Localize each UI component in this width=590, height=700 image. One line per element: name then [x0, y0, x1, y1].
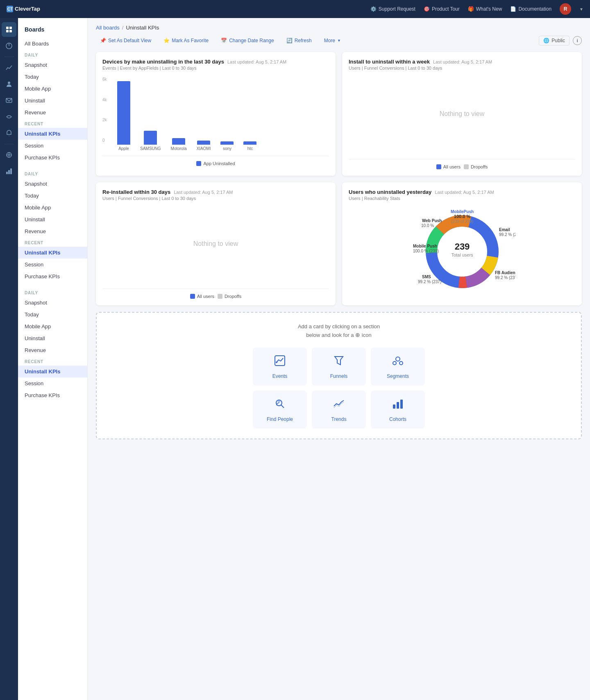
svg-text:100.0 %: 100.0 %	[454, 214, 470, 219]
add-card-find-people[interactable]: Find People	[253, 391, 307, 429]
sidebar-item-session-3[interactable]: Session	[18, 377, 87, 389]
add-card-trends[interactable]: Trends	[312, 391, 366, 429]
sidebar-item-revenue-2[interactable]: Revenue	[18, 225, 87, 237]
sidebar-item-uninstallkpis-2[interactable]: Uninstall KPIs	[18, 247, 87, 259]
logo-svg: CT CleverTap	[7, 5, 48, 13]
icon-bar-events[interactable]	[2, 60, 16, 75]
sidebar-item-snapshot-2[interactable]: Snapshot	[18, 178, 87, 190]
refresh-button[interactable]: 🔄 Refresh	[282, 36, 316, 45]
user-avatar[interactable]: R	[560, 3, 571, 15]
legend-label-dropoffs-3: Dropoffs	[225, 294, 241, 299]
whats-new-link[interactable]: 🎁 What's New	[468, 6, 502, 12]
add-card-grid: Events Funnels Segments	[253, 348, 425, 429]
legend-dot-blue	[196, 161, 201, 166]
sidebar-item-uninstall-1[interactable]: Uninstall	[18, 95, 87, 107]
icon-bar-messages[interactable]	[2, 93, 16, 108]
sidebar-item-session-1[interactable]: Session	[18, 140, 87, 152]
svg-rect-5	[6, 30, 9, 32]
sidebar-item-purchasekpis-1[interactable]: Purchase KPIs	[18, 152, 87, 164]
icon-bar-notifications[interactable]	[2, 126, 16, 141]
bar-htc-label: htc	[247, 146, 253, 151]
svg-text:100.0 % (239): 100.0 % (239)	[413, 249, 439, 253]
bar-chart-yaxis: 6k 4k 2k 0	[102, 77, 115, 143]
bar-apple: Apple	[117, 81, 130, 151]
docs-icon: 📄	[510, 6, 516, 12]
sidebar-item-today-3[interactable]: Today	[18, 309, 87, 320]
donut-svg: 239 Total users MobilePush 100.0 % (239 …	[409, 207, 515, 297]
whats-new-label: What's New	[476, 6, 502, 12]
card-1-updated: Last updated: Aug 5, 2:17 AM	[227, 59, 286, 64]
legend-label-app-uninstalled: App Uninstalled	[203, 161, 235, 166]
add-card-line2: below and look for a	[306, 332, 354, 338]
set-default-button[interactable]: 📌 Set As Default View	[96, 36, 155, 45]
find-people-label: Find People	[267, 416, 293, 422]
svg-rect-6	[9, 30, 12, 32]
sidebar-item-mobileapp-3[interactable]: Mobile App	[18, 320, 87, 332]
y-label-6k: 6k	[102, 77, 115, 82]
card-4-subtitle: Users | Reachability Stats	[349, 196, 575, 201]
product-tour-link[interactable]: 🎯 Product Tour	[424, 6, 460, 12]
card-3-title: Re-installed within 30 days	[102, 189, 170, 195]
card-3-nothing: Nothing to view	[102, 204, 329, 284]
change-date-label: Change Date Range	[229, 38, 274, 43]
bar-htc-rect	[243, 141, 256, 145]
legend-dot-allusers-2	[436, 164, 441, 169]
svg-point-41	[396, 357, 400, 361]
toolbar: 📌 Set As Default View ⭐ Mark As Favorite…	[96, 36, 582, 45]
card-2-header: Install to uninstall within a week Last …	[349, 59, 575, 70]
segments-label: Segments	[387, 373, 409, 379]
icon-bar-segments[interactable]	[2, 148, 16, 162]
sidebar-item-revenue-3[interactable]: Revenue	[18, 344, 87, 356]
icon-bar-home[interactable]	[2, 22, 16, 37]
sidebar-item-purchasekpis-3[interactable]: Purchase KPIs	[18, 389, 87, 401]
add-card-cohorts[interactable]: Cohorts	[371, 391, 425, 429]
sidebar-item-today-2[interactable]: Today	[18, 190, 87, 202]
sidebar-item-uninstall-3[interactable]: Uninstall	[18, 332, 87, 344]
svg-rect-49	[400, 400, 403, 409]
breadcrumb-link[interactable]: All boards	[96, 25, 120, 31]
info-button[interactable]: i	[573, 36, 582, 45]
add-card-events[interactable]: Events	[253, 348, 307, 386]
support-request-link[interactable]: ⚙️ Support Request	[370, 6, 415, 12]
documentation-link[interactable]: 📄 Documentation	[510, 6, 551, 12]
card-2-title: Install to uninstall within a week	[349, 59, 430, 65]
svg-text:99.2 % (237): 99.2 % (237)	[418, 280, 441, 284]
sidebar-item-session-2[interactable]: Session	[18, 259, 87, 270]
legend-dropoffs-2: Dropoffs	[464, 164, 488, 169]
svg-text:99.2 % (237): 99.2 % (237)	[495, 275, 515, 280]
change-date-button[interactable]: 📅 Change Date Range	[217, 36, 278, 45]
y-label-4k: 4k	[102, 98, 115, 102]
sidebar-item-purchasekpis-2[interactable]: Purchase KPIs	[18, 270, 87, 282]
sidebar-item-snapshot-1[interactable]: Snapshot	[18, 59, 87, 71]
sidebar-item-mobileapp-1[interactable]: Mobile App	[18, 83, 87, 95]
icon-bar-cohorts[interactable]	[2, 164, 16, 179]
more-button[interactable]: More ▼	[320, 36, 345, 45]
sidebar-item-all-boards[interactable]: All Boards	[18, 38, 87, 50]
sidebar-section-recent-2: RECENT	[18, 237, 87, 247]
sidebar-item-snapshot-3[interactable]: Snapshot	[18, 297, 87, 309]
sidebar-item-today-1[interactable]: Today	[18, 71, 87, 83]
icon-bar-analytics[interactable]	[2, 39, 16, 53]
sidebar-item-uninstallkpis-3[interactable]: Uninstall KPIs	[18, 366, 87, 377]
sidebar-item-uninstall-2[interactable]: Uninstall	[18, 214, 87, 225]
add-card-segments[interactable]: Segments	[371, 348, 425, 386]
icon-bar-people[interactable]	[2, 77, 16, 91]
bar-sony-rect	[220, 141, 234, 145]
sidebar-item-revenue-1[interactable]: Revenue	[18, 107, 87, 118]
svg-rect-14	[6, 172, 8, 174]
chart-1-legend: App Uninstalled	[102, 156, 329, 166]
legend-dot-dropoffs-3	[218, 294, 222, 299]
card-1-subtitle: Events | Event by AppFields | Last 0 to …	[102, 66, 329, 70]
sidebar-item-mobileapp-2[interactable]: Mobile App	[18, 202, 87, 214]
y-label-0: 0	[102, 138, 115, 143]
icon-bar-journeys[interactable]	[2, 109, 16, 124]
svg-text:Mobile Push: Mobile Push	[413, 244, 437, 248]
card-4-header: Users who uninstalled yesterday Last upd…	[349, 189, 575, 201]
bar-chart-bars: Apple SAMSUNG Motorola	[102, 77, 329, 151]
add-card-funnels[interactable]: Funnels	[312, 348, 366, 386]
y-label-2k: 2k	[102, 118, 115, 122]
star-icon: ⭐	[163, 38, 170, 43]
app-logo: CT CleverTap	[7, 5, 48, 13]
mark-favorite-button[interactable]: ⭐ Mark As Favorite	[159, 36, 213, 45]
sidebar-item-uninstallkpis-1[interactable]: Uninstall KPIs	[18, 128, 87, 140]
